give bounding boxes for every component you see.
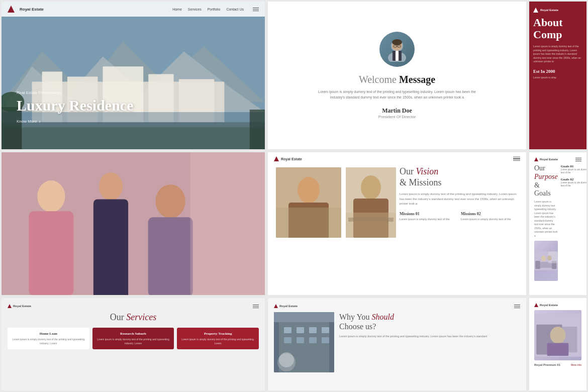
est-label: Est In 2000 — [533, 69, 582, 74]
slide5-main-content: Our Vision & Missions Lorem ipsum is sim… — [400, 166, 519, 221]
svg-point-32 — [298, 177, 320, 203]
slide6-hamburger[interactable] — [575, 158, 581, 161]
vision-title-our: Our — [400, 166, 414, 176]
slide-why-choose: Royal Estate — [268, 298, 526, 390]
logo-icon — [8, 6, 15, 13]
premium-footer: Royal Premium 01 More Info — [534, 363, 581, 366]
missions-grid: Missions 01 Lorem ipsum is simply dummy … — [400, 212, 519, 221]
building-svg — [274, 312, 334, 372]
premium-svg — [534, 310, 581, 360]
team-photo-svg — [276, 167, 341, 238]
know-more-link[interactable]: Know More › — [17, 119, 134, 124]
slide8-logo: Royal Estate — [274, 304, 298, 308]
purpose-description: Lorem ipsum is simply dummy text typeset… — [534, 200, 558, 238]
card-title-1: Home Loan — [11, 332, 86, 336]
card-title-2: Research Suburb — [95, 332, 171, 336]
slide7-hamburger[interactable] — [253, 305, 259, 308]
know-more-text: Know More — [17, 119, 37, 124]
services-italic: Services — [126, 312, 156, 322]
hamburger-line — [253, 306, 259, 307]
slide6-photo — [534, 241, 558, 281]
slide5-brand: Royal Estate — [281, 157, 302, 161]
slide5-header: Royal Estate — [268, 156, 526, 161]
nav-home[interactable]: Home — [172, 8, 182, 11]
slide5-photo2 — [346, 167, 396, 238]
svg-rect-29 — [148, 217, 193, 295]
svg-point-24 — [37, 180, 65, 212]
slide-services: Royal Estate Our Services Home Loan Lore… — [2, 298, 265, 390]
slide-premium: Royal Estate Royal Premium 01 More Info — [529, 298, 586, 390]
svg-rect-50 — [297, 327, 304, 333]
vision-description: Lorem ipsum is simply dummy text of the … — [400, 192, 519, 207]
hamburger-line — [513, 158, 520, 159]
premium-photo — [534, 310, 581, 360]
service-cards: Home Loan Lorem ipsum is simply dummy te… — [8, 328, 259, 349]
avatar-svg — [384, 37, 410, 62]
goal-desc-1: Lorem ipsum is sim dummy text of the — [561, 168, 586, 175]
purpose-title: Our Purpose & Goals — [534, 164, 558, 198]
services-title: Our Services — [8, 312, 259, 323]
slide-dark-accent — [2, 152, 265, 295]
est-description: Lorem ipsum is simp — [533, 76, 582, 80]
svg-rect-55 — [309, 337, 317, 343]
more-btn[interactable]: More Info — [571, 363, 581, 366]
slide6-layout: Our Purpose & Goals Lorem ipsum is simpl… — [534, 164, 581, 284]
hamburger-line — [575, 159, 581, 160]
slide-welcome: Welcome Message Lorem ipsum is simply du… — [268, 2, 526, 149]
slide6-header: Royal Estate — [534, 157, 581, 161]
svg-point-57 — [277, 353, 296, 371]
nav-portfolio[interactable]: Portfolio — [208, 8, 221, 11]
nav-services[interactable]: Services — [188, 8, 202, 11]
slide8-hamburger[interactable] — [514, 305, 520, 308]
services-our: Our — [110, 312, 124, 322]
slide6-brand: Royal Estate — [540, 158, 558, 161]
about-description: Lorem ipsum is simply dummy text of the … — [533, 45, 582, 64]
svg-rect-54 — [297, 337, 304, 343]
slide7-brand: Royal Estate — [13, 305, 31, 308]
slide9-logo-icon — [534, 303, 538, 307]
nav-contact[interactable]: Contact Us — [226, 8, 244, 11]
slide7-logo: Royal Estate — [8, 304, 31, 308]
goal-item-1: Goals 01 Lorem ipsum is sim dummy text o… — [561, 164, 586, 175]
person-name: Martin Doe — [382, 107, 412, 115]
why-choose: Choose us? — [339, 322, 376, 331]
slide6-logo-icon — [534, 157, 538, 161]
hamburger-line — [575, 158, 581, 158]
why-you: Why You — [339, 313, 369, 321]
svg-rect-51 — [309, 327, 317, 333]
landscape-svg — [2, 2, 265, 149]
office-interior-svg — [534, 241, 558, 281]
slide1-nav: Royal Estate Home Services Portfolio Con… — [2, 2, 265, 17]
hamburger-line — [253, 8, 259, 8]
hamburger-line — [514, 306, 520, 307]
svg-rect-53 — [284, 337, 291, 343]
mission-desc-2: Lorem ipsum is simply dummy text of the — [461, 217, 519, 221]
slide1-bg — [2, 2, 265, 149]
office-photo-svg — [346, 167, 396, 238]
hamburger-line — [253, 305, 259, 305]
person-avatar — [379, 32, 415, 67]
service-card-property: Property Tracking Lorem ipsum is simply … — [177, 328, 259, 349]
why-content: Why You Should Choose us? Lorem ipsum is… — [339, 312, 520, 372]
why-title: Why You Should Choose us? — [339, 312, 520, 331]
hamburger-menu[interactable] — [253, 8, 259, 11]
svg-point-19 — [392, 39, 402, 45]
goal-item-2: Goals 02 Lorem ipsum is sim dummy text o… — [561, 177, 586, 188]
slide5-hamburger[interactable] — [513, 157, 520, 161]
brand-name: Royal Estate — [20, 7, 44, 12]
svg-point-46 — [547, 255, 551, 260]
slide9-brand: Royal Estate — [540, 304, 558, 307]
slide7-header: Royal Estate — [8, 304, 259, 308]
svg-rect-63 — [547, 343, 569, 356]
slide8-header: Royal Estate — [274, 304, 520, 308]
goal-desc-2: Lorem ipsum is sim dummy text of the — [561, 181, 586, 188]
card-desc-2: Lorem ipsum is simply dummy text of the … — [95, 338, 171, 345]
slide-vision: Royal Estate — [268, 152, 526, 295]
hamburger-line — [514, 305, 520, 305]
service-card-home-loan: Home Loan Lorem ipsum is simply dummy te… — [8, 328, 89, 349]
why-should: Should — [371, 313, 394, 321]
svg-rect-39 — [348, 218, 394, 222]
mission-num-1: Missions 01 — [400, 212, 458, 216]
svg-rect-25 — [29, 211, 73, 295]
slide-about: Royal Estate About Comp Lorem ipsum is s… — [529, 2, 586, 149]
